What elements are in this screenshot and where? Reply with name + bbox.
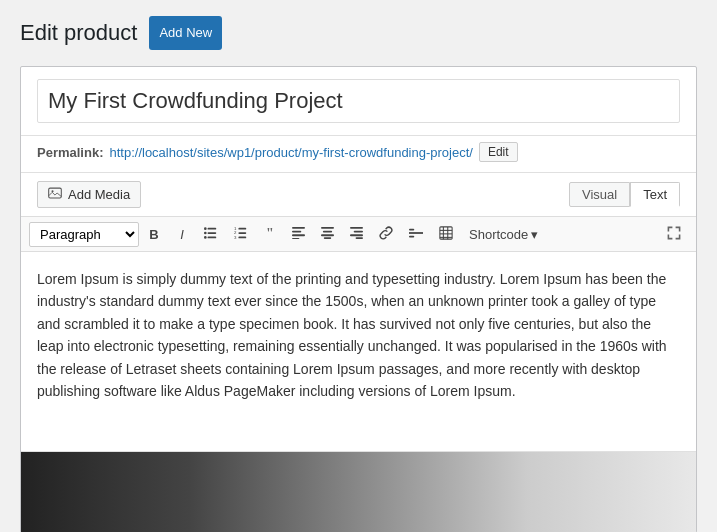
- table-button[interactable]: [432, 221, 460, 247]
- svg-rect-27: [409, 228, 414, 230]
- permalink-label: Permalink:: [37, 145, 103, 160]
- expand-icon: [666, 228, 682, 244]
- italic-button[interactable]: I: [169, 221, 195, 247]
- unordered-list-icon: [204, 226, 218, 243]
- svg-rect-20: [321, 234, 334, 236]
- svg-rect-2: [208, 227, 217, 229]
- align-center-icon: [321, 226, 334, 242]
- edit-permalink-button[interactable]: Edit: [479, 142, 518, 162]
- permalink-link[interactable]: http://localhost/sites/wp1/product/my-fi…: [109, 145, 472, 160]
- svg-point-7: [204, 236, 207, 239]
- svg-rect-21: [324, 237, 331, 239]
- bold-button[interactable]: B: [141, 221, 167, 247]
- svg-rect-23: [354, 231, 363, 233]
- table-icon: [439, 226, 453, 243]
- bold-icon: B: [149, 227, 158, 242]
- svg-rect-28: [409, 235, 414, 237]
- add-media-icon: [48, 186, 62, 203]
- shortcode-label: Shortcode: [469, 227, 528, 242]
- svg-rect-24: [350, 234, 363, 236]
- svg-point-1: [52, 190, 54, 192]
- svg-rect-16: [292, 234, 305, 236]
- product-title-wrap: [21, 67, 696, 136]
- product-title-input[interactable]: [37, 79, 680, 123]
- shortcode-chevron-icon: ▾: [531, 227, 538, 242]
- tab-text[interactable]: Text: [630, 182, 680, 207]
- page-title: Edit product: [20, 20, 137, 46]
- ordered-list-icon: 123: [234, 226, 248, 243]
- hr-icon: [409, 226, 423, 243]
- hr-button[interactable]: [402, 221, 430, 247]
- svg-rect-19: [323, 231, 332, 233]
- blockquote-button[interactable]: ": [257, 221, 283, 247]
- editor-text: Lorem Ipsum is simply dummy text of the …: [37, 268, 680, 402]
- page-header: Edit product Add New: [20, 16, 697, 50]
- editor-container: Permalink: http://localhost/sites/wp1/pr…: [20, 66, 697, 532]
- editor-content[interactable]: Lorem Ipsum is simply dummy text of the …: [21, 252, 696, 452]
- ordered-list-button[interactable]: 123: [227, 221, 255, 247]
- align-center-button[interactable]: [314, 221, 341, 247]
- svg-rect-8: [238, 227, 246, 229]
- formatting-bar: Paragraph Heading 1 Heading 2 Heading 3 …: [21, 216, 696, 252]
- align-right-button[interactable]: [343, 221, 370, 247]
- svg-point-6: [204, 231, 207, 234]
- add-new-button[interactable]: Add New: [149, 16, 222, 50]
- svg-text:3: 3: [234, 234, 237, 239]
- image-preview: [21, 452, 696, 532]
- svg-rect-14: [292, 227, 305, 229]
- svg-rect-10: [238, 236, 246, 238]
- permalink-row: Permalink: http://localhost/sites/wp1/pr…: [21, 136, 696, 173]
- paragraph-select[interactable]: Paragraph Heading 1 Heading 2 Heading 3 …: [29, 222, 139, 247]
- svg-rect-17: [292, 238, 299, 239]
- tab-visual[interactable]: Visual: [569, 182, 630, 207]
- align-right-icon: [350, 226, 363, 242]
- svg-point-5: [204, 227, 207, 230]
- svg-rect-4: [208, 236, 217, 238]
- link-icon: [379, 226, 393, 243]
- align-left-icon: [292, 226, 305, 242]
- svg-rect-25: [356, 237, 363, 239]
- expand-button[interactable]: [660, 222, 688, 247]
- add-media-label: Add Media: [68, 187, 130, 202]
- italic-icon: I: [180, 227, 184, 242]
- svg-rect-9: [238, 232, 246, 234]
- visual-text-tabs: Visual Text: [569, 182, 680, 207]
- blockquote-icon: ": [266, 226, 274, 242]
- svg-rect-0: [49, 188, 62, 198]
- editor-toolbar-top: Add Media Visual Text: [21, 173, 696, 216]
- svg-rect-15: [292, 231, 301, 233]
- svg-rect-3: [208, 232, 217, 234]
- svg-rect-18: [321, 227, 334, 229]
- unordered-list-button[interactable]: [197, 221, 225, 247]
- link-button[interactable]: [372, 221, 400, 247]
- svg-rect-26: [409, 232, 423, 234]
- align-left-button[interactable]: [285, 221, 312, 247]
- svg-rect-22: [350, 227, 363, 229]
- shortcode-button[interactable]: Shortcode ▾: [462, 223, 545, 246]
- add-media-button[interactable]: Add Media: [37, 181, 141, 208]
